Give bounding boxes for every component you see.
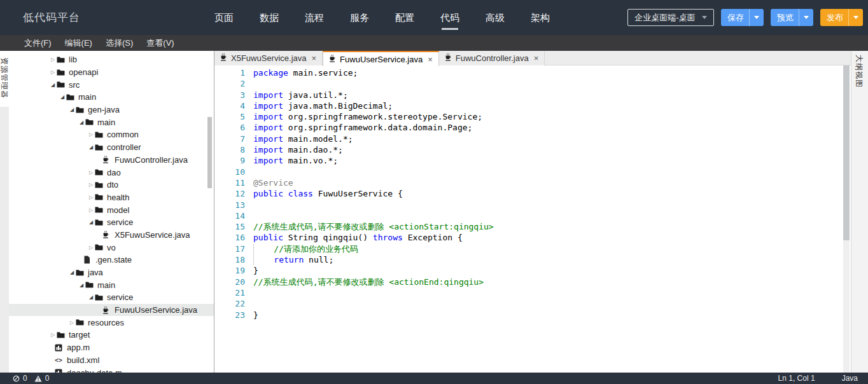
tree-row[interactable]: ▷lib bbox=[9, 53, 214, 66]
tree-item-label: app.m bbox=[67, 343, 90, 352]
problems-summary[interactable]: 0 0 bbox=[13, 374, 49, 383]
menu-item-4[interactable]: 查看(V) bbox=[146, 38, 174, 49]
tree-row[interactable]: <>build.xml bbox=[9, 354, 214, 367]
expand-arrow-icon[interactable]: ▷ bbox=[87, 195, 95, 200]
nav-item-4[interactable]: 服务 bbox=[350, 0, 369, 35]
tree-row[interactable]: ◢java bbox=[9, 266, 214, 279]
tree-row[interactable]: ▷openapi bbox=[9, 66, 214, 79]
editor-scrollbar-track[interactable] bbox=[843, 65, 850, 373]
save-dropdown-toggle[interactable] bbox=[750, 9, 764, 26]
tree-row[interactable]: ◢controller bbox=[9, 141, 214, 154]
collapse-arrow-icon[interactable]: ◢ bbox=[68, 107, 76, 113]
environment-select[interactable]: 企业桌面端-桌面 bbox=[627, 9, 714, 26]
tree-row[interactable]: ◢src bbox=[9, 78, 214, 91]
collapse-arrow-icon[interactable]: ◢ bbox=[87, 219, 95, 225]
line-number: 12 bbox=[214, 188, 250, 199]
close-icon[interactable]: × bbox=[311, 54, 317, 62]
save-button[interactable]: 保存 bbox=[721, 9, 764, 26]
publish-dropdown-toggle[interactable] bbox=[849, 9, 863, 26]
close-icon[interactable]: × bbox=[533, 54, 539, 62]
nav-item-8[interactable]: 架构 bbox=[531, 0, 550, 35]
nav-item-3[interactable]: 流程 bbox=[305, 0, 324, 35]
tree-row[interactable]: daochu-data.m bbox=[9, 366, 214, 373]
expand-arrow-icon[interactable]: ▷ bbox=[49, 332, 57, 338]
menu-item-3[interactable]: 选择(S) bbox=[106, 38, 133, 49]
line-number: 8 bbox=[214, 144, 250, 155]
editor-scrollbar-thumb[interactable] bbox=[843, 65, 850, 240]
file-icon bbox=[83, 256, 93, 264]
tree-row[interactable]: ◢gen-java bbox=[9, 104, 214, 116]
line-number: 20 bbox=[214, 277, 250, 287]
tree-row[interactable]: ◢service bbox=[9, 216, 214, 229]
preview-dropdown-toggle[interactable] bbox=[799, 9, 813, 26]
publish-button[interactable]: 发布 bbox=[820, 9, 863, 26]
line-number: 1 bbox=[214, 67, 250, 78]
java-file-icon bbox=[102, 230, 112, 239]
expand-arrow-icon[interactable]: ▷ bbox=[68, 320, 76, 326]
nav-item-2[interactable]: 数据 bbox=[260, 0, 279, 35]
expand-arrow-icon[interactable]: ▷ bbox=[87, 170, 95, 175]
expand-arrow-icon[interactable]: ▷ bbox=[87, 132, 95, 137]
tree-row[interactable]: ◢main bbox=[9, 278, 214, 291]
tree-item-label: openapi bbox=[69, 67, 98, 77]
tree-row[interactable]: X5FuwuService.java bbox=[9, 229, 214, 242]
tree-row[interactable]: ▷dao bbox=[9, 166, 214, 179]
code-lines: 1package main.service;23import java.util… bbox=[214, 65, 851, 320]
tree-row[interactable]: ▷vo bbox=[9, 241, 214, 254]
line-number: 5 bbox=[214, 111, 250, 122]
tree-row[interactable]: app.m bbox=[9, 341, 214, 354]
code-line: 7import main.model.*; bbox=[214, 134, 851, 144]
line-number: 16 bbox=[214, 232, 250, 243]
folder-icon bbox=[95, 193, 104, 201]
tree-row[interactable]: ◢main bbox=[9, 116, 214, 128]
editor-tabbar: X5FuwuService.java×FuwuUserService.java×… bbox=[214, 51, 851, 65]
editor-tab[interactable]: FuwuUserService.java× bbox=[323, 51, 439, 66]
tree-row[interactable]: ▷dto bbox=[9, 179, 214, 191]
expand-arrow-icon[interactable]: ▷ bbox=[49, 57, 57, 62]
nav-item-5[interactable]: 配置 bbox=[395, 0, 414, 35]
menu-bar: 文件(F)编辑(E)选择(S)查看(V) bbox=[0, 35, 868, 51]
collapse-arrow-icon[interactable]: ◢ bbox=[49, 82, 57, 88]
tree-scrollbar-thumb[interactable] bbox=[207, 117, 212, 188]
tree-row[interactable]: ▷target bbox=[9, 329, 214, 341]
close-icon[interactable]: × bbox=[426, 55, 433, 64]
collapse-arrow-icon[interactable]: ◢ bbox=[78, 282, 85, 288]
nav-item-1[interactable]: 页面 bbox=[214, 0, 234, 35]
expand-arrow-icon[interactable]: ▷ bbox=[49, 69, 57, 75]
code-area[interactable]: 1package main.service;23import java.util… bbox=[214, 65, 851, 373]
folder-icon bbox=[57, 81, 66, 88]
code-line: 5import org.springframework.stereotype.S… bbox=[214, 111, 851, 122]
menu-item-1[interactable]: 文件(F) bbox=[24, 38, 52, 49]
code-line: 12public class FuwuUserService { bbox=[214, 188, 851, 199]
collapse-arrow-icon[interactable]: ◢ bbox=[87, 144, 95, 150]
tree-row[interactable]: ◢service bbox=[9, 291, 214, 304]
code-line-text: package main.service; bbox=[250, 67, 358, 78]
tree-row[interactable]: FuwuController.java bbox=[9, 154, 214, 167]
editor-tab[interactable]: FuwuController.java× bbox=[439, 51, 545, 65]
expand-arrow-icon[interactable]: ▷ bbox=[87, 207, 95, 213]
outline-rail bbox=[851, 51, 868, 373]
editor-tab[interactable]: X5FuwuService.java× bbox=[214, 51, 323, 65]
tree-row[interactable]: ▷resources bbox=[9, 316, 214, 329]
folder-icon bbox=[85, 281, 95, 289]
nav-item-6[interactable]: 代码 bbox=[440, 0, 459, 35]
collapse-arrow-icon[interactable]: ◢ bbox=[87, 294, 95, 300]
expand-arrow-icon[interactable]: ▷ bbox=[87, 245, 95, 250]
preview-button[interactable]: 预览 bbox=[771, 9, 813, 26]
tree-row[interactable]: FuwuUserService.java bbox=[9, 304, 214, 317]
tree-row[interactable]: .gen.state bbox=[9, 254, 214, 266]
collapse-arrow-icon[interactable]: ◢ bbox=[78, 120, 85, 125]
menu-item-2[interactable]: 编辑(E) bbox=[65, 38, 92, 49]
nav-item-7[interactable]: 高级 bbox=[486, 0, 505, 35]
tree-row[interactable]: ▷health bbox=[9, 191, 214, 204]
cursor-position[interactable]: Ln 1, Col 1 bbox=[778, 374, 815, 383]
tree-row[interactable]: ◢main bbox=[9, 91, 214, 104]
code-line: 23} bbox=[214, 310, 851, 320]
collapse-arrow-icon[interactable]: ◢ bbox=[68, 270, 76, 275]
collapse-arrow-icon[interactable]: ◢ bbox=[59, 94, 66, 100]
expand-arrow-icon[interactable]: ▷ bbox=[87, 182, 95, 188]
tree-row[interactable]: ▷model bbox=[9, 203, 214, 216]
language-mode[interactable]: Java bbox=[842, 374, 858, 383]
code-line: 20//系统生成代码,请不要修改或删除 <actionEnd:qingqiu> bbox=[214, 277, 851, 287]
tree-row[interactable]: ▷common bbox=[9, 128, 214, 141]
